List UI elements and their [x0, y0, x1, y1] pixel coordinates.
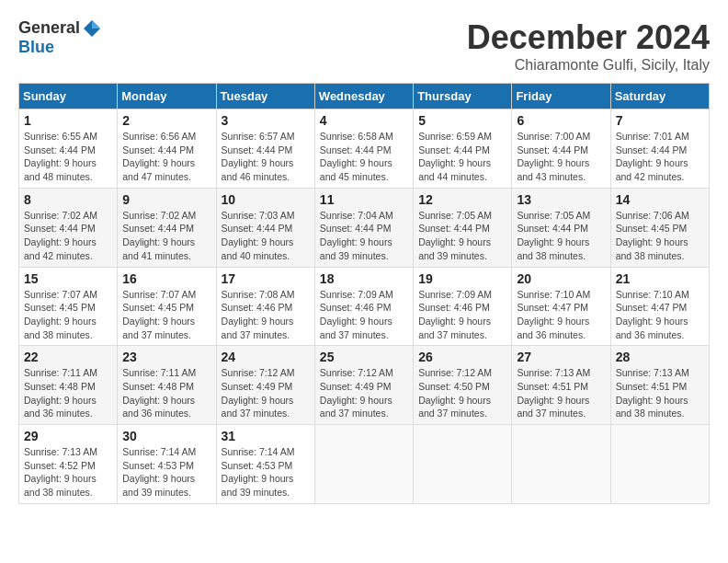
- table-row: 29 Sunrise: 7:13 AMSunset: 4:52 PMDaylig…: [19, 425, 118, 504]
- table-row: 5 Sunrise: 6:59 AMSunset: 4:44 PMDayligh…: [414, 109, 512, 189]
- table-row: 9 Sunrise: 7:02 AMSunset: 4:44 PMDayligh…: [118, 188, 216, 267]
- day-info: Sunrise: 7:14 AMSunset: 4:53 PMDaylight:…: [122, 446, 196, 498]
- day-info: Sunrise: 7:00 AMSunset: 4:44 PMDaylight:…: [517, 131, 590, 182]
- table-row: 15 Sunrise: 7:07 AMSunset: 4:45 PMDaylig…: [19, 267, 118, 346]
- table-row: 30 Sunrise: 7:14 AMSunset: 4:53 PMDaylig…: [118, 425, 216, 504]
- day-info: Sunrise: 7:09 AMSunset: 4:46 PMDaylight:…: [418, 289, 492, 340]
- day-number: 29: [24, 429, 112, 443]
- day-info: Sunrise: 6:56 AMSunset: 4:44 PMDaylight:…: [122, 131, 196, 182]
- table-row: 21 Sunrise: 7:10 AMSunset: 4:47 PMDaylig…: [610, 267, 709, 346]
- day-number: 22: [24, 350, 112, 364]
- day-info: Sunrise: 7:13 AMSunset: 4:51 PMDaylight:…: [517, 367, 590, 419]
- table-row: 2 Sunrise: 6:56 AMSunset: 4:44 PMDayligh…: [118, 109, 216, 189]
- table-row: 13 Sunrise: 7:05 AMSunset: 4:44 PMDaylig…: [512, 188, 610, 267]
- table-row: 28 Sunrise: 7:13 AMSunset: 4:51 PMDaylig…: [610, 346, 709, 425]
- day-info: Sunrise: 7:09 AMSunset: 4:46 PMDaylight:…: [320, 289, 393, 340]
- table-row: 24 Sunrise: 7:12 AMSunset: 4:49 PMDaylig…: [216, 346, 314, 425]
- table-row: 11 Sunrise: 7:04 AMSunset: 4:44 PMDaylig…: [314, 188, 413, 267]
- calendar-week-row: 29 Sunrise: 7:13 AMSunset: 4:52 PMDaylig…: [19, 425, 710, 504]
- table-row: [314, 425, 413, 504]
- day-number: 14: [616, 192, 704, 207]
- day-info: Sunrise: 7:14 AMSunset: 4:53 PMDaylight:…: [222, 446, 295, 498]
- col-wednesday: Wednesday: [314, 84, 413, 109]
- day-info: Sunrise: 7:12 AMSunset: 4:49 PMDaylight:…: [222, 367, 295, 419]
- table-row: 4 Sunrise: 6:58 AMSunset: 4:44 PMDayligh…: [314, 109, 413, 189]
- day-number: 1: [24, 113, 112, 128]
- table-row: 20 Sunrise: 7:10 AMSunset: 4:47 PMDaylig…: [512, 267, 610, 346]
- day-number: 27: [517, 350, 605, 364]
- table-row: 19 Sunrise: 7:09 AMSunset: 4:46 PMDaylig…: [414, 267, 512, 346]
- day-number: 16: [122, 271, 210, 286]
- day-number: 4: [320, 113, 408, 128]
- calendar-week-row: 22 Sunrise: 7:11 AMSunset: 4:48 PMDaylig…: [19, 346, 710, 425]
- logo-blue: Blue: [18, 38, 54, 56]
- svg-marker-1: [92, 20, 100, 29]
- day-info: Sunrise: 7:10 AMSunset: 4:47 PMDaylight:…: [517, 289, 590, 340]
- day-info: Sunrise: 6:55 AMSunset: 4:44 PMDaylight:…: [24, 131, 97, 182]
- table-row: 23 Sunrise: 7:11 AMSunset: 4:48 PMDaylig…: [118, 346, 216, 425]
- table-row: 18 Sunrise: 7:09 AMSunset: 4:46 PMDaylig…: [314, 267, 413, 346]
- day-info: Sunrise: 7:13 AMSunset: 4:51 PMDaylight:…: [616, 367, 689, 419]
- calendar: Sunday Monday Tuesday Wednesday Thursday…: [18, 83, 710, 504]
- day-info: Sunrise: 7:10 AMSunset: 4:47 PMDaylight:…: [616, 289, 689, 340]
- day-info: Sunrise: 7:11 AMSunset: 4:48 PMDaylight:…: [24, 367, 97, 419]
- day-number: 6: [517, 113, 605, 128]
- day-info: Sunrise: 7:02 AMSunset: 4:44 PMDaylight:…: [122, 210, 196, 261]
- day-number: 18: [320, 271, 408, 286]
- day-number: 13: [517, 192, 605, 207]
- day-info: Sunrise: 7:06 AMSunset: 4:45 PMDaylight:…: [616, 210, 689, 261]
- logo: General Blue: [18, 18, 102, 57]
- table-row: 14 Sunrise: 7:06 AMSunset: 4:45 PMDaylig…: [610, 188, 709, 267]
- table-row: 27 Sunrise: 7:13 AMSunset: 4:51 PMDaylig…: [512, 346, 610, 425]
- day-number: 28: [616, 350, 704, 364]
- day-info: Sunrise: 6:58 AMSunset: 4:44 PMDaylight:…: [320, 131, 393, 182]
- table-row: 12 Sunrise: 7:05 AMSunset: 4:44 PMDaylig…: [414, 188, 512, 267]
- main-title: December 2024: [467, 18, 710, 57]
- table-row: 26 Sunrise: 7:12 AMSunset: 4:50 PMDaylig…: [414, 346, 512, 425]
- day-info: Sunrise: 7:12 AMSunset: 4:50 PMDaylight:…: [418, 367, 492, 419]
- day-number: 8: [24, 192, 112, 207]
- col-friday: Friday: [512, 84, 610, 109]
- day-info: Sunrise: 7:05 AMSunset: 4:44 PMDaylight:…: [418, 210, 492, 261]
- day-number: 11: [320, 192, 408, 207]
- table-row: 8 Sunrise: 7:02 AMSunset: 4:44 PMDayligh…: [19, 188, 118, 267]
- subtitle: Chiaramonte Gulfi, Sicily, Italy: [467, 57, 710, 74]
- title-area: December 2024 Chiaramonte Gulfi, Sicily,…: [467, 18, 710, 74]
- day-info: Sunrise: 7:04 AMSunset: 4:44 PMDaylight:…: [320, 210, 393, 261]
- table-row: 6 Sunrise: 7:00 AMSunset: 4:44 PMDayligh…: [512, 109, 610, 189]
- day-info: Sunrise: 7:12 AMSunset: 4:49 PMDaylight:…: [320, 367, 393, 419]
- day-number: 5: [418, 113, 506, 128]
- table-row: 10 Sunrise: 7:03 AMSunset: 4:44 PMDaylig…: [216, 188, 314, 267]
- col-thursday: Thursday: [414, 84, 512, 109]
- day-number: 10: [222, 192, 310, 207]
- day-info: Sunrise: 7:08 AMSunset: 4:46 PMDaylight:…: [222, 289, 295, 340]
- day-number: 26: [418, 350, 506, 364]
- day-number: 17: [222, 271, 310, 286]
- calendar-header-row: Sunday Monday Tuesday Wednesday Thursday…: [19, 84, 710, 109]
- day-number: 20: [517, 271, 605, 286]
- day-info: Sunrise: 7:01 AMSunset: 4:44 PMDaylight:…: [616, 131, 689, 182]
- day-number: 31: [222, 429, 310, 443]
- table-row: [414, 425, 512, 504]
- day-info: Sunrise: 7:07 AMSunset: 4:45 PMDaylight:…: [122, 289, 196, 340]
- day-info: Sunrise: 7:02 AMSunset: 4:44 PMDaylight:…: [24, 210, 97, 261]
- table-row: 16 Sunrise: 7:07 AMSunset: 4:45 PMDaylig…: [118, 267, 216, 346]
- day-info: Sunrise: 7:13 AMSunset: 4:52 PMDaylight:…: [24, 446, 97, 498]
- col-monday: Monday: [118, 84, 216, 109]
- table-row: 25 Sunrise: 7:12 AMSunset: 4:49 PMDaylig…: [314, 346, 413, 425]
- col-saturday: Saturday: [610, 84, 709, 109]
- table-row: 7 Sunrise: 7:01 AMSunset: 4:44 PMDayligh…: [610, 109, 709, 189]
- col-sunday: Sunday: [19, 84, 118, 109]
- day-number: 12: [418, 192, 506, 207]
- calendar-week-row: 8 Sunrise: 7:02 AMSunset: 4:44 PMDayligh…: [19, 188, 710, 267]
- logo-icon: [82, 18, 102, 39]
- day-info: Sunrise: 7:11 AMSunset: 4:48 PMDaylight:…: [122, 367, 196, 419]
- logo-general: General: [18, 19, 80, 38]
- table-row: 1 Sunrise: 6:55 AMSunset: 4:44 PMDayligh…: [19, 109, 118, 189]
- day-number: 24: [222, 350, 310, 364]
- day-number: 15: [24, 271, 112, 286]
- day-info: Sunrise: 7:03 AMSunset: 4:44 PMDaylight:…: [222, 210, 295, 261]
- calendar-week-row: 1 Sunrise: 6:55 AMSunset: 4:44 PMDayligh…: [19, 109, 710, 189]
- day-number: 9: [122, 192, 210, 207]
- day-number: 3: [222, 113, 310, 128]
